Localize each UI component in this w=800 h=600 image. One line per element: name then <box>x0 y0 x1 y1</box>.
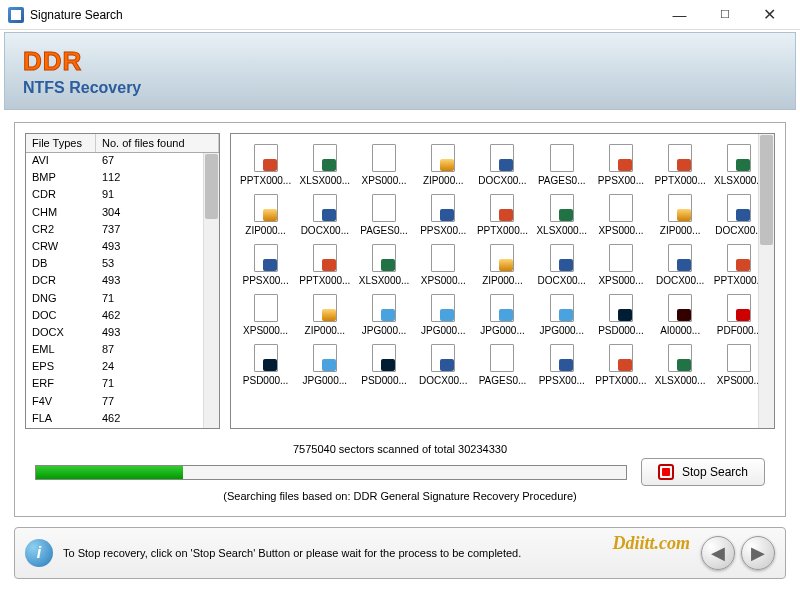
file-label: JPG000... <box>298 375 352 386</box>
cell-count: 493 <box>96 325 219 342</box>
file-item[interactable]: PPTX000... <box>296 244 353 286</box>
table-row[interactable]: F4V77 <box>26 394 219 411</box>
file-item[interactable]: PAGES0... <box>533 144 590 186</box>
cell-type: CRW <box>26 239 96 256</box>
file-icon <box>313 194 337 222</box>
table-row[interactable]: DOC462 <box>26 308 219 325</box>
cell-count: 53 <box>96 256 219 273</box>
file-icon <box>372 144 396 172</box>
file-item[interactable]: ZIP000... <box>296 294 353 336</box>
file-item[interactable]: JPG000... <box>533 294 590 336</box>
col-file-types[interactable]: File Types <box>26 134 96 152</box>
file-item[interactable]: PPSX00... <box>237 244 294 286</box>
file-icon <box>550 144 574 172</box>
cell-type: CDR <box>26 187 96 204</box>
file-item[interactable]: XLSX000... <box>533 194 590 236</box>
file-label: JPG000... <box>535 325 589 336</box>
file-item[interactable]: JPG000... <box>296 344 353 386</box>
file-item[interactable]: PPTX000... <box>474 194 531 236</box>
file-icon <box>254 244 278 272</box>
table-row[interactable]: DB53 <box>26 256 219 273</box>
file-icon <box>609 294 633 322</box>
table-row[interactable]: DNG71 <box>26 291 219 308</box>
cell-type: ERF <box>26 376 96 393</box>
file-item[interactable]: DOCX00... <box>474 144 531 186</box>
file-item[interactable]: JPG000... <box>355 294 412 336</box>
table-scroll-thumb[interactable] <box>205 154 218 219</box>
file-item[interactable]: XLSX000... <box>652 344 709 386</box>
file-item[interactable]: XPS000... <box>592 194 649 236</box>
grid-scroll-thumb[interactable] <box>760 135 773 245</box>
table-row[interactable]: FLA462 <box>26 411 219 428</box>
grid-scrollbar[interactable] <box>758 134 774 428</box>
file-item[interactable]: DOCX00... <box>415 344 472 386</box>
file-item[interactable]: PPSX00... <box>533 344 590 386</box>
file-icon <box>490 194 514 222</box>
file-item[interactable]: PPTX000... <box>652 144 709 186</box>
col-files-found[interactable]: No. of files found <box>96 134 219 152</box>
table-row[interactable]: EPS24 <box>26 359 219 376</box>
progress-bar <box>35 465 627 480</box>
file-item[interactable]: DOCX00... <box>652 244 709 286</box>
file-icon <box>668 144 692 172</box>
file-item[interactable]: PPSX00... <box>592 144 649 186</box>
minimize-button[interactable]: — <box>657 1 702 29</box>
file-icon <box>254 144 278 172</box>
cell-type: DCR <box>26 273 96 290</box>
table-row[interactable]: EML87 <box>26 342 219 359</box>
table-row[interactable]: AVI67 <box>26 153 219 170</box>
file-label: ZIP000... <box>239 225 293 236</box>
file-item[interactable]: DOCX00... <box>296 194 353 236</box>
file-item[interactable]: PAGES0... <box>474 344 531 386</box>
file-item[interactable]: PPTX000... <box>592 344 649 386</box>
stop-search-button[interactable]: Stop Search <box>641 458 765 486</box>
progress-fill <box>36 466 183 479</box>
file-item[interactable]: ZIP000... <box>652 194 709 236</box>
file-item[interactable]: ZIP000... <box>415 144 472 186</box>
table-row[interactable]: DCR493 <box>26 273 219 290</box>
watermark: Ddiitt.com <box>613 533 691 554</box>
back-button[interactable]: ◀ <box>701 536 735 570</box>
file-item[interactable]: PSD000... <box>237 344 294 386</box>
file-item[interactable]: ZIP000... <box>237 194 294 236</box>
table-row[interactable]: CHM304 <box>26 205 219 222</box>
file-icon <box>372 294 396 322</box>
file-icon <box>609 194 633 222</box>
table-row[interactable]: CR2737 <box>26 222 219 239</box>
file-label: PPTX000... <box>653 175 707 186</box>
file-icon <box>609 144 633 172</box>
file-item[interactable]: XLSX000... <box>296 144 353 186</box>
file-item[interactable]: PSD000... <box>592 294 649 336</box>
file-item[interactable]: JPG000... <box>415 294 472 336</box>
file-item[interactable]: PSD000... <box>355 344 412 386</box>
cell-count: 67 <box>96 153 219 170</box>
file-item[interactable]: DOCX00... <box>533 244 590 286</box>
file-item[interactable]: XPS000... <box>592 244 649 286</box>
file-item[interactable]: XPS000... <box>415 244 472 286</box>
cell-count: 91 <box>96 187 219 204</box>
table-row[interactable]: BMP112 <box>26 170 219 187</box>
maximize-button[interactable]: ☐ <box>702 1 747 29</box>
file-item[interactable]: XLSX000... <box>355 244 412 286</box>
file-label: DOCX00... <box>298 225 352 236</box>
cell-type: FLA <box>26 411 96 428</box>
file-label: ZIP000... <box>475 275 529 286</box>
file-item[interactable]: XPS000... <box>355 144 412 186</box>
table-row[interactable]: DOCX493 <box>26 325 219 342</box>
close-button[interactable]: ✕ <box>747 1 792 29</box>
file-item[interactable]: PPTX000... <box>237 144 294 186</box>
next-button[interactable]: ▶ <box>741 536 775 570</box>
file-item[interactable]: AI0000... <box>652 294 709 336</box>
file-icon <box>431 344 455 372</box>
file-item[interactable]: ZIP000... <box>474 244 531 286</box>
table-row[interactable]: CDR91 <box>26 187 219 204</box>
file-item[interactable]: PPSX00... <box>415 194 472 236</box>
file-item[interactable]: PAGES0... <box>355 194 412 236</box>
table-row[interactable]: ERF71 <box>26 376 219 393</box>
table-row[interactable]: CRW493 <box>26 239 219 256</box>
file-icon <box>727 144 751 172</box>
file-icon <box>372 244 396 272</box>
table-scrollbar[interactable] <box>203 153 219 428</box>
file-item[interactable]: JPG000... <box>474 294 531 336</box>
file-item[interactable]: XPS000... <box>237 294 294 336</box>
